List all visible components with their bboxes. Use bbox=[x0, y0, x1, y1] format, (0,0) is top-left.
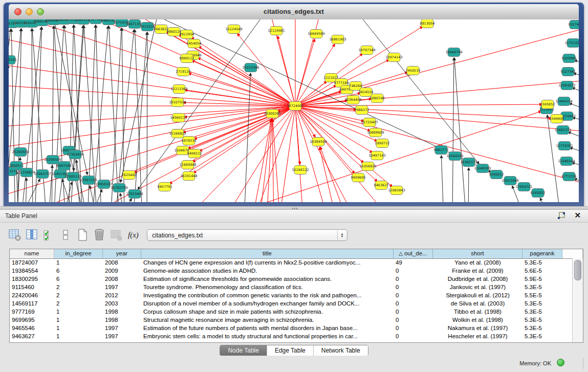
graph-node[interactable]: 12942757 bbox=[34, 170, 51, 179]
red-edge[interactable] bbox=[9, 106, 295, 202]
graph-node[interactable]: 9890112 bbox=[180, 54, 194, 63]
graph-node[interactable]: 12213363 bbox=[170, 85, 187, 94]
black-edge[interactable] bbox=[109, 26, 119, 202]
select-columns-icon[interactable] bbox=[24, 227, 39, 243]
table-settings-icon[interactable] bbox=[7, 227, 23, 243]
graph-node[interactable]: 9463627 bbox=[374, 181, 389, 190]
graph-node[interactable]: 18300295 bbox=[264, 110, 280, 118]
network-canvas[interactable]: 2053114140557141926267620691406188490691… bbox=[9, 19, 579, 202]
table-row[interactable]: 1938455462009Genome-wide association stu… bbox=[10, 267, 573, 275]
black-edge[interactable] bbox=[572, 163, 579, 169]
black-edge[interactable] bbox=[91, 189, 102, 202]
graph-node[interactable]: 15692371 bbox=[554, 126, 571, 135]
graph-node[interactable]: 17359924 bbox=[67, 150, 83, 159]
red-edge[interactable] bbox=[278, 36, 295, 106]
graph-node[interactable]: 1890722 bbox=[375, 139, 390, 148]
graph-node[interactable]: 11046544 bbox=[558, 157, 575, 166]
graph-hub-node[interactable]: 18724007 bbox=[287, 102, 303, 111]
graph-node[interactable]: 9245052 bbox=[531, 189, 546, 198]
red-edge[interactable] bbox=[189, 73, 295, 106]
graph-node[interactable]: 9498222 bbox=[187, 149, 202, 158]
black-edge[interactable] bbox=[441, 156, 444, 202]
function-builder-icon[interactable]: f(x) bbox=[125, 227, 141, 243]
graph-node[interactable]: 8912954 bbox=[180, 30, 194, 39]
column-header-title[interactable]: title bbox=[141, 249, 394, 258]
scrollbar-thumb[interactable] bbox=[574, 260, 581, 280]
column-header-out_de[interactable]: △out_de... bbox=[394, 249, 433, 258]
graph-node[interactable]: 11048305 bbox=[474, 164, 491, 173]
panel-splitter[interactable] bbox=[0, 206, 588, 210]
red-edge[interactable] bbox=[295, 106, 551, 118]
graph-node[interactable]: 6773726 bbox=[562, 172, 577, 181]
black-edge[interactable] bbox=[572, 87, 579, 97]
graph-node[interactable]: 16191448 bbox=[180, 172, 197, 181]
graph-node[interactable]: 12065843 bbox=[388, 186, 405, 195]
unselect-all-icon[interactable] bbox=[58, 227, 73, 243]
graph-node[interactable]: 10688609 bbox=[367, 128, 384, 137]
graph-node[interactable]: 17957223 bbox=[80, 176, 97, 185]
black-edge[interactable] bbox=[9, 29, 11, 202]
tab-network-table[interactable]: Network Table bbox=[313, 345, 368, 356]
table-row[interactable]: 946554611997Estimation of the future num… bbox=[10, 324, 573, 332]
graph-node[interactable]: 15124549 bbox=[225, 25, 242, 34]
column-header-year[interactable]: year bbox=[103, 249, 141, 258]
graph-node[interactable]: 9997588 bbox=[57, 162, 72, 170]
column-header-short[interactable]: short bbox=[433, 249, 522, 258]
delete-table-icon[interactable] bbox=[92, 227, 107, 243]
graph-node[interactable]: 10497143 bbox=[368, 151, 385, 160]
graph-node[interactable]: 7986372 bbox=[355, 106, 369, 115]
column-header-in_degree[interactable]: in_degree bbox=[54, 249, 103, 258]
graph-node[interactable]: 15015048 bbox=[502, 177, 518, 185]
table-row[interactable]: 1456911722003Disruption of a novel membe… bbox=[10, 299, 573, 308]
graph-node[interactable]: 12505135 bbox=[64, 172, 81, 181]
graph-node[interactable]: 15248122 bbox=[292, 166, 309, 174]
red-edge[interactable] bbox=[9, 106, 295, 202]
graph-node[interactable]: 2053105 bbox=[9, 56, 16, 64]
red-edge[interactable] bbox=[319, 147, 336, 202]
select-all-icon[interactable] bbox=[41, 227, 56, 243]
red-edge[interactable] bbox=[295, 35, 579, 106]
graph-node[interactable]: 11609948 bbox=[179, 161, 196, 169]
black-edge[interactable] bbox=[454, 58, 466, 202]
graph-node[interactable]: 5878335 bbox=[182, 137, 197, 145]
graph-node[interactable]: 11056825 bbox=[359, 162, 376, 171]
black-edge[interactable] bbox=[11, 29, 15, 202]
graph-node[interactable]: 16649589 bbox=[308, 30, 324, 38]
graph-node[interactable]: 15720407 bbox=[361, 118, 378, 127]
graph-node[interactable]: 20153346 bbox=[242, 63, 259, 72]
table-row[interactable]: 2242004622012Investigating the contribut… bbox=[10, 291, 573, 299]
graph-node[interactable]: 18204145 bbox=[446, 152, 463, 161]
graph-node[interactable]: 1654054 bbox=[187, 39, 202, 48]
black-edge[interactable] bbox=[468, 168, 469, 202]
graph-node[interactable]: 15751074 bbox=[564, 39, 579, 48]
red-edge[interactable] bbox=[199, 47, 295, 106]
graph-node[interactable]: 12444154 bbox=[555, 97, 572, 106]
graph-node[interactable]: 16861903 bbox=[329, 35, 346, 44]
tab-edge-table[interactable]: Edge Table bbox=[267, 345, 313, 356]
red-edge[interactable] bbox=[9, 106, 295, 202]
black-edge[interactable] bbox=[570, 147, 579, 155]
graph-node[interactable]: 25260550 bbox=[12, 148, 29, 157]
graph-node[interactable]: 16782759 bbox=[111, 184, 127, 192]
graph-node[interactable]: 17054721 bbox=[515, 183, 532, 191]
window-titlebar[interactable]: citations_edges.txt bbox=[9, 4, 579, 20]
splitter-grip-icon[interactable] bbox=[292, 208, 297, 209]
black-edge[interactable] bbox=[573, 118, 579, 123]
graph-node[interactable]: 9699695 bbox=[351, 173, 366, 182]
black-edge[interactable] bbox=[90, 186, 97, 202]
table-selector-dropdown[interactable]: citations_edges.txt▲▼ bbox=[147, 229, 347, 241]
column-header-name[interactable]: name bbox=[10, 249, 54, 258]
black-edge[interactable] bbox=[569, 103, 579, 112]
graph-node[interactable]: 12124981 bbox=[268, 27, 285, 35]
black-edge[interactable] bbox=[452, 58, 454, 202]
graph-node[interactable]: 7450533 bbox=[406, 67, 421, 75]
red-edge[interactable] bbox=[320, 147, 347, 202]
red-edge[interactable] bbox=[9, 106, 295, 202]
graph-node[interactable]: 12923448 bbox=[126, 190, 143, 199]
graph-node[interactable]: 9329966 bbox=[562, 54, 577, 63]
column-header-pagerank[interactable]: pagerank bbox=[522, 249, 562, 258]
graph-node[interactable]: 12093872 bbox=[558, 81, 575, 90]
black-edge[interactable] bbox=[96, 25, 101, 202]
red-edge[interactable] bbox=[9, 106, 295, 202]
black-edge[interactable] bbox=[111, 28, 121, 202]
